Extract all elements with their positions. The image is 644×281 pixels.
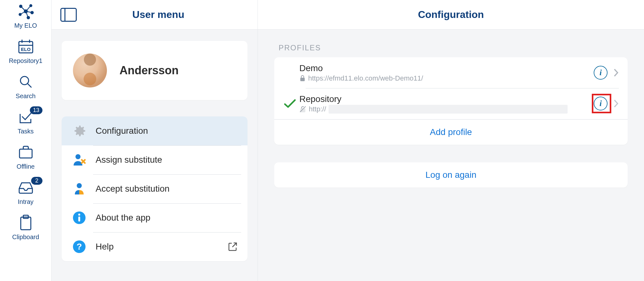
svg-text:ELO: ELO	[21, 47, 31, 52]
rail-label: Repository1	[9, 57, 42, 64]
accept-substitution-icon	[72, 181, 87, 196]
menu-item-label: Configuration	[96, 126, 148, 136]
user-card: Andersson	[62, 41, 247, 100]
calendar-elo-icon: ELO	[17, 38, 35, 55]
profile-active-indicator	[280, 96, 299, 111]
rail-item-clipboard[interactable]: Clipboard	[0, 214, 51, 240]
svg-line-8	[26, 13, 28, 16]
info-circle-icon	[72, 210, 87, 225]
svg-point-3	[30, 5, 32, 7]
chevron-right-icon	[613, 99, 619, 108]
svg-point-5	[31, 11, 33, 14]
svg-point-16	[20, 76, 29, 85]
user-menu-body: Andersson Configuration	[52, 30, 258, 273]
rail-item-offline[interactable]: Offline	[0, 143, 51, 170]
rail-item-tasks[interactable]: 13 Tasks	[0, 108, 51, 135]
svg-rect-28	[300, 78, 305, 81]
rail-label: Clipboard	[12, 233, 39, 240]
profile-row-demo[interactable]: Demo https://efmd11.elo.com/web-Demo11/ …	[274, 57, 628, 88]
user-menu-title: User menu	[68, 9, 249, 20]
profiles-section-label: PROFILES	[274, 43, 628, 57]
profile-main: Repository http://	[299, 94, 589, 114]
rail-label: Tasks	[18, 128, 34, 135]
menu-item-assign-substitute[interactable]: Assign substitute	[62, 145, 247, 174]
rail-item-search[interactable]: Search	[0, 73, 51, 99]
gear-icon	[72, 123, 87, 138]
nav-rail: My ELO ELO Repository1 Search	[0, 0, 52, 281]
log-on-again-button[interactable]: Log on again	[274, 162, 628, 188]
rail-item-intray[interactable]: 2 Intray	[0, 179, 51, 205]
svg-point-22	[77, 183, 82, 188]
profile-url-line: https://efmd11.elo.com/web-Demo11/	[299, 74, 589, 82]
svg-point-1	[19, 5, 22, 8]
avatar	[73, 53, 107, 87]
lock-icon	[299, 75, 306, 82]
profiles-list: Demo https://efmd11.elo.com/web-Demo11/ …	[274, 57, 628, 145]
svg-point-7	[27, 16, 30, 19]
clipboard-icon	[17, 214, 35, 232]
profiles-section: PROFILES Demo https://efmd11.elo.com/web…	[274, 43, 628, 145]
rail-item-repository[interactable]: ELO Repository1	[0, 38, 51, 64]
svg-line-2	[22, 7, 25, 10]
rail-item-my-elo[interactable]: My ELO	[0, 3, 51, 29]
help-circle-icon: ?	[72, 239, 87, 254]
menu-item-label: Assign substitute	[96, 155, 162, 165]
briefcase-icon	[17, 143, 35, 161]
user-display-name: Andersson	[119, 64, 179, 77]
rail-label: Intray	[18, 198, 33, 205]
svg-rect-19	[21, 217, 31, 230]
panel-toggle-button[interactable]	[60, 8, 77, 22]
profile-row-repository[interactable]: Repository http:// i	[274, 88, 628, 120]
configuration-body: PROFILES Demo https://efmd11.elo.com/web…	[258, 30, 644, 201]
profile-name: Demo	[299, 63, 589, 74]
user-menu-panel: User menu Andersson Configuration	[52, 0, 258, 281]
menu-item-accept-substitution[interactable]: Accept substitution	[62, 174, 247, 203]
lock-open-icon	[299, 106, 306, 113]
user-menu-header: User menu	[52, 0, 258, 30]
chevron-right-icon	[613, 68, 619, 77]
svg-rect-18	[19, 149, 32, 158]
svg-rect-24	[78, 216, 80, 222]
svg-line-6	[27, 12, 31, 12]
svg-point-21	[75, 154, 80, 159]
rail-label: Search	[16, 93, 36, 99]
profile-url: https://efmd11.elo.com/web-Demo11/	[308, 74, 423, 82]
menu-item-configuration[interactable]: Configuration	[62, 116, 247, 145]
assign-substitute-icon	[72, 152, 87, 167]
rail-label: My ELO	[14, 22, 37, 29]
profile-info-button[interactable]: i	[594, 66, 608, 80]
rail-label: Offline	[17, 163, 35, 170]
external-link-icon	[228, 242, 237, 251]
svg-line-10	[21, 12, 25, 14]
network-icon	[17, 3, 35, 20]
rail-badge-tasks: 13	[30, 106, 42, 114]
user-menu-list: Configuration Assign substitute	[62, 116, 247, 261]
menu-item-label: Accept substitution	[96, 184, 169, 194]
configuration-panel: Configuration PROFILES Demo https	[258, 0, 644, 281]
profile-info-button[interactable]: i	[594, 97, 608, 110]
profile-url: http://	[309, 105, 326, 113]
profile-url-redacted	[329, 105, 568, 114]
app-root: My ELO ELO Repository1 Search	[0, 0, 644, 281]
menu-item-help[interactable]: ? Help	[62, 232, 247, 261]
profile-name: Repository	[299, 94, 589, 104]
svg-line-4	[27, 7, 30, 10]
configuration-title: Configuration	[258, 0, 644, 30]
menu-item-label: About the app	[96, 213, 150, 223]
profile-url-line: http://	[299, 105, 589, 114]
profile-active-indicator	[280, 65, 299, 80]
menu-item-about[interactable]: About the app	[62, 203, 247, 232]
add-profile-button[interactable]: Add profile	[274, 119, 628, 145]
svg-point-25	[78, 214, 80, 216]
rail-badge-intray: 2	[31, 177, 42, 185]
svg-point-9	[19, 14, 21, 16]
search-icon	[17, 73, 35, 91]
menu-item-label: Help	[96, 242, 114, 252]
svg-line-17	[28, 84, 31, 87]
profile-main: Demo https://efmd11.elo.com/web-Demo11/	[299, 63, 589, 82]
svg-text:?: ?	[76, 242, 82, 251]
